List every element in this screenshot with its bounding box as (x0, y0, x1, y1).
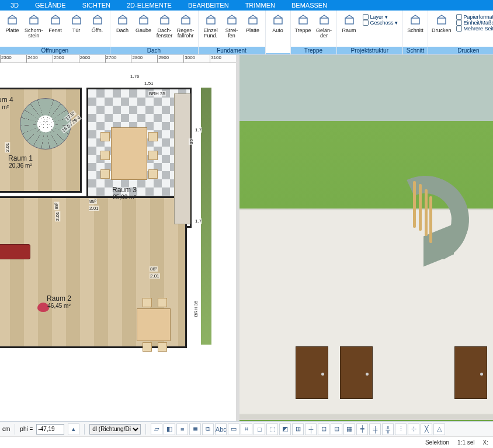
svg-rect-1 (30, 18, 38, 24)
ribbon-schorn-stein[interactable]: Schorn- stein (23, 13, 44, 40)
ribbon-strei-fen[interactable]: Strei- fen (222, 13, 242, 40)
3d-view[interactable] (239, 55, 493, 421)
menu-2d[interactable]: 2D-ELEMENTE (127, 2, 172, 9)
toolbar-button-10[interactable]: ◩ (279, 423, 291, 435)
svg-rect-11 (249, 18, 257, 24)
svg-rect-5 (119, 18, 127, 24)
tool-icon (204, 14, 217, 27)
ribbon-group-title: Treppe (291, 47, 336, 54)
floorplan-canvas[interactable]: um 4m² Raum 120,36 m² Raum 325,90 m² Rau… (0, 63, 236, 421)
ribbon-mini-mehrere-seiten[interactable]: Mehrere Seiten ▾ (456, 26, 493, 32)
toolbar-button-12[interactable]: ┼ (305, 423, 317, 435)
chair (100, 132, 110, 141)
mini-icon (363, 14, 369, 20)
ribbon-fenst[interactable]: Fenst (46, 13, 65, 34)
ribbon-platte[interactable]: Platte (2, 13, 22, 34)
toolbar-button-0[interactable]: ▱ (151, 423, 162, 435)
ruler-tick: 2400 (26, 55, 53, 62)
menu-trimmen[interactable]: TRIMMEN (245, 2, 275, 9)
tool-icon (297, 14, 310, 27)
toolbar-button-2[interactable]: ≡ (176, 423, 188, 435)
tool-icon (27, 14, 40, 27)
ribbon-mini-einheit-ma-st-[interactable]: Einheit/Maßst. ▾ (456, 20, 493, 26)
svg-rect-13 (299, 18, 307, 24)
ribbon-group-title: Öffnungen (0, 47, 110, 54)
ribbon-drucken[interactable]: Drucken (430, 13, 453, 34)
toolbar-button-21[interactable]: ╳ (421, 423, 432, 435)
ribbon-gel-n-der[interactable]: Gelän- der (314, 13, 334, 40)
svg-rect-15 (345, 18, 353, 24)
dim: 2.01 (5, 143, 10, 153)
mode-select[interactable]: dl (Richtung/Di (89, 424, 141, 435)
floorplan-view[interactable]: 230024002500260027002800290030003100 (0, 55, 239, 421)
chair (143, 298, 152, 307)
dim: 88⁵ (54, 202, 59, 210)
toolbar-button-13[interactable]: ⊡ (318, 423, 329, 435)
tool-icon (435, 14, 448, 27)
toolbar-button-9[interactable]: ⬚ (266, 423, 278, 435)
menu-bearbeiten[interactable]: BEARBEITEN (188, 2, 229, 9)
menu-gelaende[interactable]: GELÄNDE (35, 2, 66, 9)
svg-rect-12 (274, 18, 282, 24)
ruler-tick: 2300 (0, 55, 26, 62)
ribbon-mini-layer[interactable]: Layer ▾ (363, 14, 398, 20)
toolbar-button-19[interactable]: ⋮ (395, 423, 407, 435)
menu-bemassen[interactable]: BEMASSEN (291, 2, 327, 9)
ribbon-regen-fallrohr[interactable]: Regen- fallrohr (176, 13, 196, 40)
ribbon-raum[interactable]: Raum (339, 13, 359, 34)
ribbon-dach-fenster[interactable]: Dach- fenster (155, 13, 175, 40)
ribbon-gaube[interactable]: Gaube (134, 13, 154, 34)
toolbar-button-5[interactable]: Abc (215, 423, 227, 435)
tool-icon (246, 14, 259, 27)
dim: 1.7 (195, 127, 202, 133)
ribbon-dach[interactable]: Dach (113, 13, 133, 34)
dim: 2.01 (55, 211, 60, 222)
toolbar-button-22[interactable]: △ (433, 423, 445, 435)
svg-rect-6 (140, 18, 148, 24)
chair (148, 169, 158, 179)
ribbon-einzel-fund-[interactable]: Einzel Fund. (201, 13, 221, 40)
ribbon-auto[interactable]: Auto (268, 13, 288, 34)
dim: BRH 35 (148, 91, 166, 96)
toolbar-button-16[interactable]: ┿ (356, 423, 368, 435)
tool-icon (225, 14, 238, 27)
svg-rect-0 (8, 18, 16, 24)
chair (100, 151, 110, 160)
toolbar-button-7[interactable]: ⌗ (241, 423, 252, 435)
svg-rect-17 (438, 18, 446, 24)
toolbar-button-14[interactable]: ⊟ (331, 423, 342, 435)
ruler-tick: 3000 (183, 55, 210, 62)
door-3d (454, 346, 487, 399)
svg-rect-3 (72, 18, 81, 24)
svg-rect-4 (93, 18, 102, 24)
ribbon-t-r[interactable]: Tür (67, 13, 86, 34)
menu-3d[interactable]: 3D (11, 2, 19, 9)
ruler-tick: 2500 (53, 55, 79, 62)
chair (158, 342, 167, 352)
toolbar-button-18[interactable]: ╬ (382, 423, 394, 435)
label-room1: Raum 120,36 m² (8, 154, 33, 169)
toolbar-button-3[interactable]: ≣ (189, 423, 201, 435)
toolbar-button-4[interactable]: ⧉ (202, 423, 214, 435)
ribbon-platte[interactable]: Platte (243, 13, 263, 34)
label-room4: um 4m² (0, 96, 13, 110)
spinner-button[interactable]: ▴ (68, 423, 79, 435)
ribbon-schnitt[interactable]: Schnitt (405, 13, 425, 34)
toolbar-button-6[interactable]: ▭ (228, 423, 239, 435)
ribbon-mini-papierformat[interactable]: Papierformat ▾ (456, 14, 493, 20)
toolbar-button-20[interactable]: ⊹ (408, 423, 419, 435)
toolbar-button-8[interactable]: □ (254, 423, 265, 435)
toolbar-button-17[interactable]: ╪ (369, 423, 381, 435)
toolbar-button-15[interactable]: ▦ (343, 423, 355, 435)
ribbon--ffn-[interactable]: Öffn. (88, 13, 107, 34)
ribbon-treppe[interactable]: Treppe (293, 13, 313, 34)
ruler-tick: 3100 (210, 55, 236, 62)
phi-input[interactable] (36, 424, 64, 435)
tool-icon (49, 14, 62, 27)
toolbar-button-1[interactable]: ◧ (164, 423, 175, 435)
menu-sichten[interactable]: SICHTEN (82, 2, 110, 9)
toolbar-button-11[interactable]: ⊞ (292, 423, 304, 435)
tool-icon (343, 14, 356, 27)
status-selection: Selektion (425, 439, 449, 446)
ribbon-mini-geschoss[interactable]: Geschoss ▾ (363, 20, 398, 26)
